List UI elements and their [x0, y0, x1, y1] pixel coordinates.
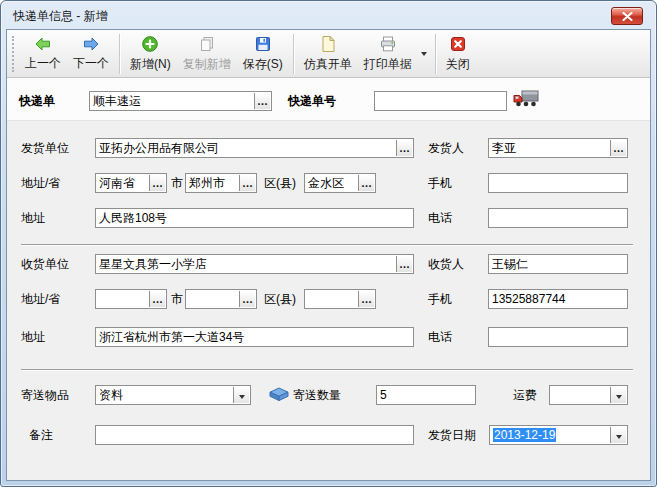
window-title: 快递单信息 - 新增	[13, 8, 108, 25]
toolbar-separator	[293, 34, 294, 74]
receiver-phone-label: 电话	[428, 327, 452, 347]
sender-district-label: 区(县)	[264, 173, 296, 193]
express-company-field: …	[89, 91, 272, 111]
receiver-person-input[interactable]	[488, 254, 628, 274]
shipping-freight-value	[550, 386, 610, 404]
sender-district-browse-button[interactable]: …	[358, 175, 374, 191]
receiver-city-label: 市	[171, 289, 183, 309]
ellipsis-icon: …	[242, 293, 253, 305]
shipping-freight-dropdown-button[interactable]	[610, 387, 626, 403]
sender-province-field: …	[95, 173, 167, 193]
sender-company-browse-button[interactable]: …	[396, 140, 412, 156]
close-x-icon	[622, 12, 633, 21]
ellipsis-icon: …	[361, 293, 372, 305]
sender-person-browse-button[interactable]: …	[610, 140, 626, 156]
shipping-freight-label: 运费	[513, 385, 537, 405]
ellipsis-icon: …	[613, 142, 624, 154]
sender-address-label: 地址	[21, 208, 45, 228]
close-button[interactable]: 关闭	[440, 32, 476, 76]
add-button[interactable]: 新增(N)	[124, 32, 177, 76]
window-body: 上一个 下一个 新增(N) 复制新增 保存(S)	[6, 29, 651, 481]
floppy-disk-icon	[254, 35, 272, 53]
shipping-item-combobox[interactable]: 资料	[95, 385, 251, 405]
shipping-item-dropdown-button[interactable]	[233, 387, 249, 403]
receiver-district-input[interactable]	[305, 290, 358, 308]
save-label: 保存(S)	[243, 56, 283, 73]
sender-person-input[interactable]	[489, 139, 610, 157]
receiver-company-field: …	[95, 254, 414, 274]
sender-mobile-input[interactable]	[488, 173, 628, 193]
print-group: 打印单据	[358, 30, 431, 76]
window-close-button[interactable]	[611, 7, 643, 25]
receiver-province-input[interactable]	[96, 290, 149, 308]
shipping-date-selected-text: 2013-12-19	[493, 428, 556, 442]
delivery-truck-icon[interactable]	[513, 89, 539, 108]
receiver-phone-input[interactable]	[488, 327, 628, 347]
sender-company-input[interactable]	[96, 139, 396, 157]
sender-city-input[interactable]	[186, 174, 239, 192]
ellipsis-icon: …	[257, 95, 268, 107]
simulate-billing-label: 仿真开单	[304, 56, 352, 73]
green-arrow-left-icon	[34, 36, 52, 52]
receiver-address-input[interactable]	[95, 327, 414, 347]
sender-person-field: …	[488, 138, 628, 158]
previous-button[interactable]: 上一个	[19, 32, 67, 76]
ellipsis-icon: …	[361, 177, 372, 189]
dropdown-arrow-icon	[239, 395, 245, 399]
save-button[interactable]: 保存(S)	[237, 32, 289, 76]
section-divider	[21, 244, 633, 245]
receiver-city-input[interactable]	[186, 290, 239, 308]
simulate-billing-button[interactable]: 仿真开单	[298, 32, 358, 76]
express-no-input[interactable]	[374, 91, 507, 111]
toolbar-separator	[435, 34, 436, 74]
screen: 快递单信息 - 新增 上一个 下一个 新增	[0, 0, 657, 487]
receiver-district-field: …	[304, 289, 376, 309]
express-company-browse-button[interactable]: …	[254, 93, 270, 109]
sender-phone-label: 电话	[428, 208, 452, 228]
shipping-item-label: 寄送物品	[21, 385, 69, 405]
shipping-date-dropdown-button[interactable]	[610, 427, 626, 443]
receiver-province-browse-button[interactable]: …	[149, 291, 165, 307]
shipping-freight-combobox[interactable]	[549, 385, 628, 405]
print-dropdown-button[interactable]	[418, 32, 431, 76]
form-area: 快递单 … 快递单号 发货单位 …	[7, 78, 650, 480]
sender-province-browse-button[interactable]: …	[149, 175, 165, 191]
blue-book-icon[interactable]	[269, 387, 289, 402]
shipping-date-label: 发货日期	[428, 425, 476, 445]
ellipsis-icon: …	[242, 177, 253, 189]
ellipsis-icon: …	[399, 258, 410, 270]
receiver-district-browse-button[interactable]: …	[358, 291, 374, 307]
receiver-company-label: 收货单位	[21, 254, 69, 274]
titlebar: 快递单信息 - 新增	[1, 1, 656, 29]
receiver-mobile-input[interactable]	[488, 289, 628, 309]
receiver-district-label: 区(县)	[264, 289, 296, 309]
shipping-remark-input[interactable]	[95, 425, 414, 445]
receiver-province-label: 地址/省	[21, 289, 60, 309]
sender-phone-input[interactable]	[488, 208, 628, 228]
ellipsis-icon: …	[152, 293, 163, 305]
dropdown-arrow-icon	[616, 435, 622, 439]
sender-province-input[interactable]	[96, 174, 149, 192]
copy-pages-icon	[198, 35, 216, 53]
section-divider	[21, 369, 633, 370]
sender-district-input[interactable]	[305, 174, 358, 192]
express-no-label: 快递单号	[288, 91, 336, 111]
receiver-city-browse-button[interactable]: …	[239, 291, 255, 307]
express-company-input[interactable]	[90, 92, 254, 110]
window: 快递单信息 - 新增 上一个 下一个 新增	[0, 0, 657, 487]
receiver-company-browse-button[interactable]: …	[396, 256, 412, 272]
print-document-button[interactable]: 打印单据	[358, 32, 418, 76]
blue-arrow-right-icon	[82, 36, 100, 52]
sender-city-browse-button[interactable]: …	[239, 175, 255, 191]
shipping-date-combobox[interactable]: 2013-12-19	[489, 425, 628, 445]
shipping-quantity-input[interactable]	[376, 385, 476, 405]
printer-icon	[379, 35, 397, 53]
receiver-company-input[interactable]	[96, 255, 396, 273]
dropdown-arrow-icon	[421, 52, 427, 56]
sender-address-input[interactable]	[95, 208, 414, 228]
sender-mobile-label: 手机	[428, 173, 452, 193]
add-label: 新增(N)	[130, 56, 171, 73]
next-button[interactable]: 下一个	[67, 32, 115, 76]
receiver-mobile-label: 手机	[428, 289, 452, 309]
receiver-address-label: 地址	[21, 327, 45, 347]
